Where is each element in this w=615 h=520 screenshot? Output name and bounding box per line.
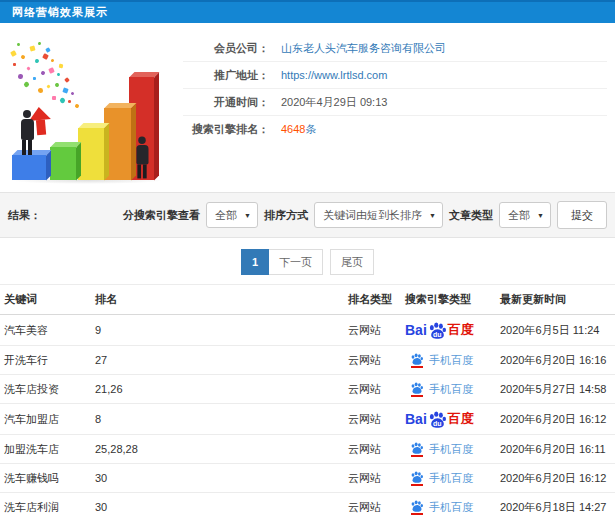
- rank-cell: 27: [91, 346, 344, 375]
- column-header: 关键词: [0, 285, 91, 315]
- keyword-cell: 洗车店投资: [0, 375, 91, 404]
- baidu-mobile-logo: 手机百度: [405, 470, 473, 486]
- summary-section: 会员公司： 山东老人头汽车服务咨询有限公司 推广地址： https://www.…: [0, 23, 615, 185]
- engine-filter-select[interactable]: 全部 ▼: [206, 202, 258, 228]
- confetti-dot: [46, 84, 50, 88]
- rank-cell: 9: [91, 315, 344, 346]
- chevron-down-icon: ▼: [537, 203, 544, 229]
- confetti-dot: [35, 59, 40, 64]
- rank-cell: 8: [91, 404, 344, 435]
- table-row: 洗车店投资21,26云网站 手机百度2020年5月27日 14:58: [0, 375, 615, 404]
- search-engine-cell: 手机百度: [401, 493, 496, 520]
- rank-cell: 25,28,28: [91, 435, 344, 464]
- next-page-button[interactable]: 下一页: [269, 249, 323, 275]
- rank-cell: 30: [91, 493, 344, 520]
- confetti-dot: [68, 100, 72, 104]
- confetti-dot: [57, 73, 61, 77]
- updated-time-cell: 2020年6月20日 16:12: [496, 464, 615, 493]
- rank-type-cell: 云网站: [344, 375, 401, 404]
- keyword-cell: 洗车店利润: [0, 493, 91, 520]
- baidu-mobile-logo: 手机百度: [405, 499, 473, 515]
- column-header: 最新更新时间: [496, 285, 615, 315]
- search-engine-cell: 手机百度: [401, 346, 496, 375]
- confetti-dot: [33, 77, 36, 80]
- updated-time-cell: 2020年6月5日 11:24: [496, 315, 615, 346]
- businessman-figure-left: [19, 110, 35, 155]
- confetti-dot: [48, 67, 55, 74]
- rank-count-unit: 条: [305, 123, 316, 135]
- confetti-dot: [23, 81, 30, 88]
- keyword-cell: 汽车美容: [0, 315, 91, 346]
- rank-type-cell: 云网站: [344, 435, 401, 464]
- submit-button[interactable]: 提交: [557, 201, 607, 229]
- illustration-bar-yellow: [78, 128, 104, 180]
- updated-time-cell: 2020年5月27日 14:58: [496, 375, 615, 404]
- confetti-dot: [59, 64, 64, 69]
- confetti-dot: [62, 87, 68, 93]
- chevron-down-icon: ▼: [244, 203, 251, 229]
- table-row: 汽车加盟店8云网站 Bai du 百度2020年6月20日 16:12: [0, 404, 615, 435]
- sort-filter-label: 排序方式: [264, 208, 308, 223]
- keyword-cell: 加盟洗车店: [0, 435, 91, 464]
- rank-cell: 30: [91, 464, 344, 493]
- column-header: 搜索引擎类型: [401, 285, 496, 315]
- confetti-dot: [40, 70, 45, 75]
- confetti-dot: [52, 96, 56, 100]
- table-row: 洗车赚钱吗30云网站 手机百度2020年6月20日 16:12: [0, 464, 615, 493]
- rank-type-cell: 云网站: [344, 346, 401, 375]
- illustration-bar-green: [50, 147, 76, 180]
- baidu-paw-icon: [410, 353, 424, 365]
- confetti-dot: [64, 77, 70, 83]
- member-company-link[interactable]: 山东老人头汽车服务咨询有限公司: [281, 41, 446, 56]
- updated-time-cell: 2020年6月20日 16:12: [496, 404, 615, 435]
- member-company-label: 会员公司：: [183, 41, 269, 56]
- article-type-value: 全部: [508, 209, 530, 221]
- keyword-cell: 开洗车行: [0, 346, 91, 375]
- result-label: 结果：: [8, 208, 41, 223]
- engine-rank-value: 4648条: [281, 122, 316, 137]
- confetti-dot: [70, 91, 74, 95]
- confetti-dot: [18, 74, 23, 79]
- search-engine-cell: Bai du 百度: [401, 315, 496, 346]
- baidu-paw-icon: [410, 500, 424, 512]
- confetti-dot: [13, 63, 16, 66]
- filter-bar: 结果： 分搜索引擎查看 全部 ▼ 排序方式 关键词由短到长排序 ▼ 文章类型 全…: [0, 192, 615, 238]
- results-table-body: 汽车美容9云网站 Bai du 百度2020年6月5日 11:24开洗车行27云…: [0, 315, 615, 520]
- baidu-paw-icon: [410, 471, 424, 483]
- illustration-bar-blue: [12, 155, 46, 180]
- businessman-figure-right: [135, 137, 150, 179]
- confetti-dot: [26, 66, 30, 70]
- confetti-dot: [74, 103, 79, 108]
- updated-time-cell: 2020年6月20日 16:11: [496, 435, 615, 464]
- article-type-label: 文章类型: [449, 208, 493, 223]
- confetti-dot: [55, 83, 60, 88]
- page-title-bar: 网络营销效果展示: [0, 0, 615, 23]
- chevron-down-icon: ▼: [429, 203, 436, 229]
- info-row-open-time: 开通时间： 2020年4月29日 09:13: [183, 89, 607, 116]
- keyword-cell: 洗车赚钱吗: [0, 464, 91, 493]
- confetti-dot: [20, 54, 26, 60]
- confetti-dot: [29, 45, 35, 51]
- table-row: 洗车店利润30云网站 手机百度2020年6月18日 14:27: [0, 493, 615, 520]
- last-page-button[interactable]: 尾页: [330, 249, 374, 275]
- open-time-label: 开通时间：: [183, 95, 269, 110]
- confetti-dot: [38, 42, 42, 46]
- rank-type-cell: 云网站: [344, 493, 401, 520]
- article-type-select[interactable]: 全部 ▼: [499, 202, 551, 228]
- info-row-rank-count: 搜索引擎排名： 4648条: [183, 116, 607, 143]
- filter-controls: 分搜索引擎查看 全部 ▼ 排序方式 关键词由短到长排序 ▼ 文章类型 全部 ▼ …: [123, 201, 607, 229]
- sort-filter-select[interactable]: 关键词由短到长排序 ▼: [314, 202, 443, 228]
- pagination: 1 下一页 尾页: [0, 249, 615, 275]
- baidu-paw-icon: [410, 382, 424, 394]
- baidu-mobile-logo: 手机百度: [405, 352, 473, 368]
- rank-count-number: 4648: [281, 123, 305, 135]
- page-number-1[interactable]: 1: [241, 249, 269, 275]
- search-engine-cell: 手机百度: [401, 375, 496, 404]
- rank-cell: 21,26: [91, 375, 344, 404]
- table-row: 加盟洗车店25,28,28云网站 手机百度2020年6月20日 16:11: [0, 435, 615, 464]
- column-header: 排名: [91, 285, 344, 315]
- results-table: 关键词排名排名类型搜索引擎类型最新更新时间 汽车美容9云网站 Bai du 百度…: [0, 284, 615, 520]
- promo-url-link[interactable]: https://www.lrtlsd.com: [281, 69, 387, 81]
- confetti-dot: [38, 88, 43, 93]
- baidu-logo: Bai du 百度: [405, 410, 474, 428]
